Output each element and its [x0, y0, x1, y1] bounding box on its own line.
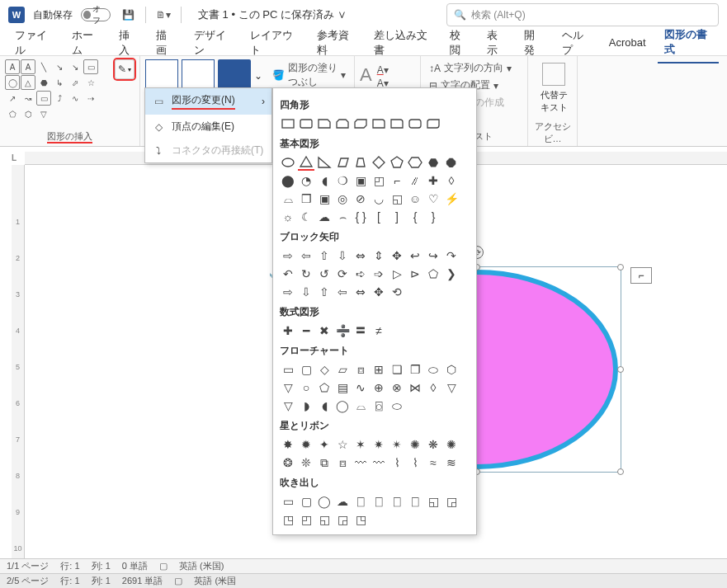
shape-trapezoid[interactable] — [352, 154, 369, 171]
shape-star4[interactable]: ✦ — [316, 436, 333, 453]
shape-chord[interactable]: ◖ — [316, 172, 333, 189]
shape-half-frame[interactable]: ◰ — [371, 172, 387, 189]
shape-fc-manual[interactable]: ▽ — [280, 379, 296, 396]
shape-fill-button[interactable]: 🪣図形の塗りつぶし ▾ — [269, 59, 349, 91]
shape-arrow-pent[interactable]: ⬠ — [425, 266, 441, 282]
status2-lang[interactable]: 英語 (米国 — [194, 575, 236, 587]
shape-right-triangle[interactable] — [316, 154, 333, 171]
shape-callout-oval[interactable]: ◯ — [316, 493, 333, 510]
text-fill-button[interactable]: A▾ — [377, 64, 389, 76]
shape-triangle[interactable] — [298, 154, 314, 171]
shape-cube[interactable]: ❒ — [298, 191, 314, 207]
shape-parallelogram[interactable] — [334, 154, 351, 171]
shape-fc-tape[interactable]: ∿ — [352, 379, 369, 396]
shape-arrow-notch[interactable]: ⊳ — [407, 266, 423, 282]
shape-callout-line4[interactable]: ⎕ — [407, 493, 423, 510]
shape-callout-rect[interactable]: ▭ — [280, 493, 296, 510]
shape-fc-process[interactable]: ▭ — [280, 361, 296, 378]
text-direction-button[interactable]: ↕A文字列の方向▾ — [426, 59, 522, 77]
shape-fc-extract[interactable]: ▽ — [443, 379, 460, 396]
shape-fc-alt[interactable]: ▢ — [298, 361, 314, 378]
shape-fc-seq[interactable]: ◯ — [334, 397, 351, 414]
shape-arrow-strip[interactable]: ▷ — [389, 266, 405, 282]
shape-eq-neq[interactable]: ≠ — [371, 322, 387, 339]
shape-ribbon-curved-up[interactable]: 〰 — [352, 454, 369, 471]
shape-snip-1[interactable] — [316, 115, 333, 132]
status2-words[interactable]: 2691 単語 — [122, 575, 163, 587]
shape-arrow-callout-l[interactable]: ⇦ — [334, 284, 351, 300]
qat-button[interactable]: 🗎▾ — [154, 6, 172, 24]
shape-ribbon-up[interactable]: ⧉ — [316, 454, 333, 471]
shape-fc-conn[interactable]: ○ — [298, 379, 314, 396]
shape-rounded-rect[interactable] — [298, 115, 314, 132]
tab-acrobat[interactable]: Acrobat — [602, 31, 653, 54]
shape-star32[interactable]: ❊ — [298, 454, 314, 471]
shape-bracket-l[interactable]: { } — [352, 209, 369, 225]
shape-plus[interactable]: ✚ — [425, 172, 441, 189]
shape-noentry[interactable]: ⊘ — [352, 191, 369, 207]
shape-star6[interactable]: ✶ — [352, 436, 369, 453]
shape-fc-display[interactable]: ⬭ — [389, 397, 405, 414]
shape-fc-card[interactable]: ▤ — [334, 379, 351, 396]
shape-arrow-right[interactable]: ⇨ — [280, 247, 296, 264]
edit-shape-button[interactable]: ✎▾ — [115, 59, 135, 79]
save-icon[interactable]: 💾 — [119, 6, 137, 24]
shape-ribbon-curved-down[interactable]: 〰 — [371, 454, 387, 471]
shape-callout-cloud[interactable]: ☁ — [334, 493, 351, 510]
status-col[interactable]: 列: 1 — [92, 560, 111, 572]
shape-fc-direct[interactable]: ⌼ — [371, 397, 387, 414]
shape-arrow-quad[interactable]: ✥ — [389, 247, 405, 264]
shape-eq-eq[interactable]: 〓 — [352, 322, 369, 339]
shape-callout-line2[interactable]: ⎕ — [371, 493, 387, 510]
shape-pentagon[interactable] — [389, 154, 405, 171]
shape-star8[interactable]: ✴ — [389, 436, 405, 453]
shape-fc-merge[interactable]: ▽ — [280, 397, 296, 414]
shape-rectangle[interactable] — [280, 115, 296, 132]
tab-shape-format[interactable]: 図形の書式 — [658, 22, 719, 64]
shape-hexagon[interactable] — [407, 154, 423, 171]
shape-moon[interactable]: ☾ — [298, 209, 314, 225]
shape-callout-b3[interactable]: ◳ — [280, 511, 296, 528]
shape-plaque[interactable]: ◊ — [443, 172, 460, 189]
status2-page[interactable]: 2/5 ページ — [7, 575, 49, 587]
shape-star7[interactable]: ✷ — [371, 436, 387, 453]
shape-star16[interactable]: ✺ — [443, 436, 460, 453]
shape-fc-off[interactable]: ⬠ — [316, 379, 333, 396]
shape-fc-multidoc[interactable]: ❐ — [407, 361, 423, 378]
shape-cloud[interactable]: ☁ — [316, 209, 333, 225]
shape-eq-plus[interactable]: ✚ — [280, 322, 296, 339]
shape-arrow-curved-r[interactable]: ↷ — [443, 247, 460, 264]
shape-arrow-left[interactable]: ⇦ — [298, 247, 314, 264]
shape-folded-corner[interactable]: ◱ — [389, 191, 405, 207]
shape-fc-delay[interactable]: ◖ — [316, 397, 333, 414]
shape-arrow-callout-r[interactable]: ⇨ — [280, 284, 296, 300]
resize-handle-e[interactable] — [617, 366, 624, 373]
shape-can[interactable]: ⌓ — [280, 191, 296, 207]
menu-edit-points[interactable]: ◇ 頂点の編集(E) — [145, 115, 271, 139]
shape-fc-magd[interactable]: ⌓ — [352, 397, 369, 414]
shape-diamond[interactable] — [371, 154, 387, 171]
shape-decagon[interactable]: ⬤ — [280, 172, 296, 189]
shape-arrow-c2[interactable]: ↺ — [316, 266, 333, 282]
shape-round-1[interactable] — [389, 115, 405, 132]
shape-callout-b7[interactable]: ◳ — [352, 511, 369, 528]
shape-fc-decision[interactable]: ◇ — [316, 361, 333, 378]
document-title[interactable]: 文書 1 • この PC に保存済み ∨ — [198, 7, 347, 22]
shape-fc-internal[interactable]: ⊞ — [371, 361, 387, 378]
shape-arrow-callout-d[interactable]: ⇩ — [298, 284, 314, 300]
alt-text-button[interactable]: 代替テキスト — [533, 59, 574, 117]
shape-smiley[interactable]: ☺ — [407, 191, 423, 207]
shape-arrow-callout-lr[interactable]: ⇔ — [352, 284, 369, 300]
shape-diag-stripe[interactable]: ⫽ — [407, 172, 423, 189]
shape-teardrop[interactable]: ❍ — [334, 172, 351, 189]
menu-change-shape[interactable]: ▭ 図形の変更(N) › — [145, 88, 271, 115]
shape-eq-div[interactable]: ➗ — [334, 322, 351, 339]
shape-brace-r[interactable]: } — [425, 209, 441, 225]
shape-star-explode2[interactable]: ✹ — [298, 436, 314, 453]
shape-callout-line3[interactable]: ⎕ — [389, 493, 405, 510]
shape-snip-round[interactable] — [371, 115, 387, 132]
shape-arrow-bent[interactable]: ↩ — [407, 247, 423, 264]
shape-donut[interactable]: ◎ — [334, 191, 351, 207]
resize-handle-ne[interactable] — [617, 264, 624, 270]
autosave-toggle[interactable]: オフ — [81, 8, 111, 21]
